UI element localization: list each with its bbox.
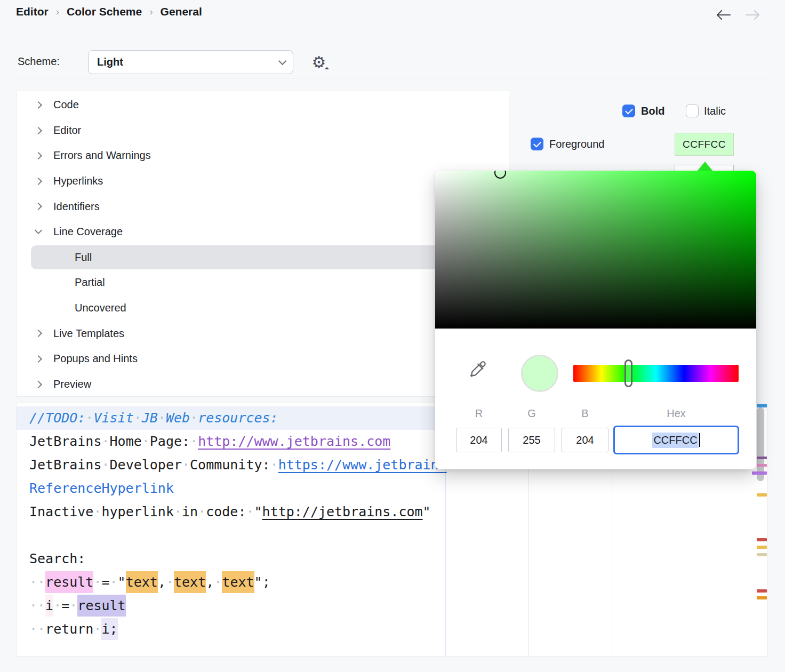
code-segment: Page: [150, 434, 190, 449]
scheme-settings-button[interactable]: ⚙ [308, 51, 330, 74]
scheme-dropdown[interactable]: Light [88, 50, 293, 74]
hex-input[interactable]: CCFFCC [613, 426, 739, 454]
code-segment: result [45, 571, 93, 593]
b-input[interactable]: 204 [562, 428, 608, 452]
stripe-mark[interactable] [757, 596, 767, 599]
code-segment: in [182, 504, 198, 519]
stripe-mark[interactable] [757, 464, 767, 467]
hue-slider-handle[interactable] [624, 359, 632, 387]
code-segment: text [222, 571, 254, 593]
tree-item-errors-and-warnings[interactable]: Errors and Warnings [17, 143, 509, 169]
code-segment: · [214, 574, 222, 590]
code-segment: · [93, 504, 101, 519]
tree-item-label: Hyperlinks [53, 175, 103, 187]
code-segment: " [423, 504, 431, 519]
tree-item-code[interactable]: Code [17, 92, 509, 118]
g-label: G [508, 407, 555, 420]
italic-checkbox[interactable] [686, 105, 699, 117]
chevron-right-icon[interactable] [35, 101, 42, 109]
code-segment: · [182, 457, 190, 473]
code-line: ··i·=·result [17, 594, 752, 618]
eyedropper-button[interactable] [467, 358, 488, 380]
text-caret [699, 433, 700, 447]
code-segment: · [134, 410, 142, 426]
stripe-mark[interactable] [757, 589, 767, 593]
chevron-down-icon [278, 57, 287, 66]
color-picker-popup: R G B Hex 204 255 204 CCFFCC [435, 171, 756, 469]
hue-slider[interactable] [573, 365, 739, 382]
breadcrumb: Editor › Color Scheme › General [16, 5, 202, 18]
code-segment: i [45, 595, 53, 617]
code-line [17, 524, 752, 547]
code-segment: = [61, 598, 69, 613]
color-cursor[interactable] [494, 171, 506, 179]
stripe-mark[interactable] [757, 493, 767, 497]
popup-pointer [697, 162, 713, 171]
stripe-mark[interactable] [757, 457, 767, 459]
breadcrumb-editor[interactable]: Editor [16, 5, 49, 18]
code-segment: · [101, 434, 109, 449]
tree-item-editor[interactable]: Editor [17, 118, 509, 143]
saturation-brightness-area[interactable] [435, 171, 756, 329]
code-segment: · [69, 598, 77, 613]
code-segment: " [254, 504, 262, 519]
hex-label: Hex [613, 407, 739, 420]
r-input[interactable]: 204 [456, 428, 502, 452]
chevron-down-icon[interactable] [35, 227, 42, 234]
breadcrumb-color-scheme[interactable]: Color Scheme [67, 5, 142, 18]
tree-item-label: Uncovered [75, 302, 126, 314]
code-segment: Inactive [29, 504, 93, 519]
b-label: B [562, 407, 608, 420]
code-segment: Community: [190, 457, 270, 473]
tree-item-label: Editor [53, 124, 81, 137]
code-segment: · [270, 457, 278, 473]
tree-item-label: Errors and Warnings [53, 149, 151, 162]
foreground-label: Foreground [549, 138, 604, 150]
forward-arrow-icon[interactable] [744, 9, 762, 21]
code-segment: · [166, 574, 174, 590]
code-segment: result [77, 595, 125, 617]
chevron-right-icon[interactable] [35, 152, 42, 159]
chevron-right-icon[interactable] [35, 330, 42, 337]
code-segment: · [93, 574, 101, 590]
header-divider [16, 78, 769, 78]
foreground-checkbox[interactable] [531, 138, 543, 150]
g-input[interactable]: 255 [508, 428, 555, 452]
code-segment: Developer [110, 457, 182, 473]
stripe-mark[interactable] [757, 538, 767, 541]
code-segment: · [246, 504, 254, 519]
scheme-label: Scheme: [18, 55, 60, 68]
tree-item-label: Popups and Hints [53, 353, 138, 365]
stripe-mark[interactable] [752, 471, 767, 475]
chevron-right-icon[interactable] [35, 380, 42, 388]
code-segment: i; [101, 618, 117, 640]
code-segment: · [190, 410, 198, 426]
code-segment: Search: [29, 551, 85, 566]
code-segment: Web [166, 410, 190, 426]
code-segment: · [198, 504, 206, 519]
code-segment: · [85, 410, 93, 426]
tree-item-label: Line Coverage [53, 226, 123, 238]
code-segment: = [101, 574, 109, 590]
stripe-mark[interactable] [757, 553, 767, 556]
tree-item-label: Partial [75, 276, 105, 289]
back-arrow-icon[interactable] [715, 9, 732, 21]
code-line: ··return·i; [17, 618, 752, 641]
scrollbar-thumb[interactable] [757, 407, 764, 481]
code-segment: JB [142, 410, 158, 426]
chevron-right-icon[interactable] [35, 355, 42, 363]
bold-checkbox[interactable] [622, 105, 635, 117]
code-segment: code: [206, 504, 246, 519]
code-segment: Home [110, 434, 142, 449]
chevron-right-icon[interactable] [35, 127, 42, 134]
tree-item-label: Live Templates [53, 327, 124, 340]
stripe-mark[interactable] [757, 546, 767, 549]
foreground-color-swatch[interactable]: CCFFCC [675, 133, 734, 156]
eyedropper-icon [469, 360, 487, 378]
code-segment: · [53, 598, 61, 613]
bold-label: Bold [641, 105, 664, 117]
chevron-right-icon[interactable] [35, 178, 42, 185]
code-segment: ·· [29, 598, 45, 613]
stripe-mark[interactable] [757, 404, 767, 407]
chevron-right-icon[interactable] [35, 203, 42, 210]
